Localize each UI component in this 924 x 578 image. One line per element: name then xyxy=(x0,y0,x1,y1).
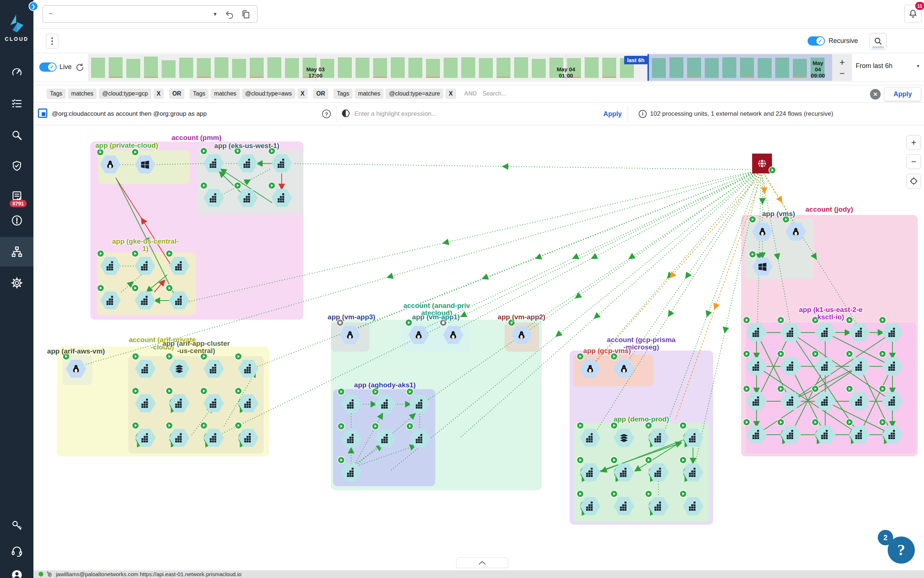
grouping-expression[interactable]: @org:cloudaccount as account then @org:g… xyxy=(52,110,207,118)
running-status-badge xyxy=(337,388,345,397)
histogram-bar[interactable] xyxy=(91,58,105,78)
histogram-bar[interactable] xyxy=(602,58,616,78)
filter-joiner[interactable]: OR xyxy=(169,89,184,99)
filter-remove-icon[interactable]: X xyxy=(154,89,164,99)
histogram-bar[interactable] xyxy=(408,58,422,78)
histogram-bar[interactable] xyxy=(532,59,546,78)
filter-operator[interactable]: matches xyxy=(355,89,384,99)
copy-icon[interactable] xyxy=(241,10,251,21)
notifications-button[interactable]: 11 xyxy=(904,5,922,23)
histogram-bar[interactable] xyxy=(652,58,666,78)
sidebar-item-access[interactable] xyxy=(0,511,33,540)
clear-filters-icon[interactable]: ✕ xyxy=(870,89,881,99)
histogram-bar[interactable] xyxy=(144,57,158,78)
histogram-bar[interactable] xyxy=(740,58,754,78)
group-label-app-arif-app-cluster-us-central: app (arif-app-cluster -us-central) xyxy=(162,340,230,355)
sidebar-item-dashboard[interactable] xyxy=(0,58,33,88)
sidebar-item-compliance[interactable] xyxy=(0,151,33,181)
running-status-badge xyxy=(610,456,618,466)
sidebar-item-investigate[interactable] xyxy=(0,120,33,150)
histogram-bar[interactable] xyxy=(705,58,719,78)
histogram-bar[interactable] xyxy=(267,57,281,78)
saved-view-combobox[interactable]: ~ ▼ xyxy=(43,5,257,23)
sidebar-item-alerts[interactable]: 8791 xyxy=(0,206,33,235)
histogram-bar[interactable] xyxy=(479,58,493,78)
histogram-bar[interactable] xyxy=(197,58,211,78)
histogram-bar[interactable] xyxy=(391,57,405,78)
sidebar-item-network[interactable] xyxy=(0,237,33,266)
histogram-bar[interactable] xyxy=(443,58,458,78)
highlight-expression-input[interactable]: Enter a highlight expression... xyxy=(354,110,437,118)
more-options-button[interactable] xyxy=(46,34,58,49)
histogram-bar[interactable] xyxy=(514,57,528,78)
histogram-bar[interactable] xyxy=(338,57,352,78)
histogram-bar[interactable] xyxy=(670,57,683,78)
histogram-bar[interactable] xyxy=(109,57,123,78)
sidebar-item-inventory[interactable] xyxy=(0,89,33,119)
timeline-histogram[interactable]: May 03 17:00May 04 01:00May 04 09:00last… xyxy=(88,54,832,81)
timeline-zoom-out-button[interactable]: − xyxy=(840,70,845,77)
histogram-bar[interactable] xyxy=(687,58,701,78)
filter-operator[interactable]: matches xyxy=(211,89,239,99)
fit-view-button[interactable] xyxy=(906,174,921,188)
filter-value[interactable]: @cloud:type=azure xyxy=(386,89,443,99)
filter-bar: Tagsmatches@cloud:type=gcpXORTagsmatches… xyxy=(33,85,924,102)
filter-value[interactable]: @cloud:type=gcp xyxy=(99,89,151,99)
histogram-bar[interactable] xyxy=(162,60,176,78)
running-status-badge xyxy=(165,284,173,294)
histogram-bar[interactable] xyxy=(793,59,807,78)
sidebar-item-profile[interactable] xyxy=(0,560,33,578)
filter-operator[interactable]: matches xyxy=(68,89,97,99)
histogram-bar[interactable] xyxy=(461,57,475,78)
zoom-out-button[interactable]: − xyxy=(906,154,921,169)
histogram-bar[interactable] xyxy=(775,58,789,78)
graph-search-button[interactable] xyxy=(870,33,887,50)
expand-bottom-panel-button[interactable] xyxy=(456,557,508,568)
filter-remove-icon[interactable]: X xyxy=(445,89,456,99)
histogram-bar[interactable] xyxy=(232,59,246,78)
filter-field[interactable]: Tags xyxy=(47,89,66,99)
recursive-toggle[interactable]: ✓ xyxy=(807,36,825,45)
histogram-bar[interactable] xyxy=(356,58,369,78)
chevron-down-icon[interactable]: ▼ xyxy=(213,11,217,17)
refresh-icon[interactable] xyxy=(75,63,84,73)
help-icon[interactable]: ? xyxy=(322,109,331,119)
histogram-bar[interactable] xyxy=(497,58,510,78)
histogram-bar[interactable] xyxy=(179,58,193,78)
key-icon xyxy=(46,571,53,578)
timeline-zoom-in-button[interactable]: + xyxy=(840,58,845,66)
live-toggle[interactable]: ✓ xyxy=(39,62,57,71)
sidebar-expand-chevron-icon[interactable]: ❯ xyxy=(29,2,38,11)
histogram-bar[interactable] xyxy=(126,59,140,78)
network-icon xyxy=(11,245,23,258)
top-bar: ~ ▼ 11 xyxy=(33,0,924,29)
histogram-bar[interactable] xyxy=(426,59,440,78)
network-graph-canvas[interactable]: + − 2 ? account (pmm)account (jody)accou… xyxy=(33,125,924,570)
histogram-bar[interactable] xyxy=(250,58,264,78)
zoom-in-button[interactable]: + xyxy=(906,135,921,150)
filter-apply-button[interactable]: Apply xyxy=(884,87,921,101)
expression-apply-button[interactable]: Apply xyxy=(604,110,622,118)
filter-field[interactable]: Tags xyxy=(189,89,209,99)
running-status-badge xyxy=(879,350,887,359)
histogram-bar[interactable] xyxy=(757,58,772,78)
filter-search-input[interactable]: Search... xyxy=(482,90,506,97)
histogram-bar[interactable] xyxy=(373,58,387,78)
filter-remove-icon[interactable]: X xyxy=(298,89,308,99)
sidebar: CLOUD 8791 xyxy=(0,0,33,578)
histogram-bar[interactable] xyxy=(722,57,736,78)
undo-icon[interactable] xyxy=(225,10,234,21)
histogram-bar[interactable] xyxy=(214,57,228,78)
time-range-select[interactable]: From last 6h ▼ xyxy=(856,62,920,70)
filter-field[interactable]: Tags xyxy=(333,89,353,99)
histogram-bar[interactable] xyxy=(285,58,299,78)
filter-joiner[interactable]: OR xyxy=(313,89,328,99)
highlight-toggle-icon[interactable] xyxy=(341,109,350,119)
sidebar-item-settings[interactable] xyxy=(0,268,33,298)
internet-node[interactable] xyxy=(752,154,772,174)
histogram-bar[interactable] xyxy=(585,57,599,78)
status-text: jawilliams@paloaltonetworks.com https://… xyxy=(56,571,241,577)
running-status-badge xyxy=(879,418,887,428)
filter-value[interactable]: @cloud:type=aws xyxy=(242,89,295,99)
prisma-cloud-logo[interactable]: CLOUD xyxy=(0,14,33,42)
